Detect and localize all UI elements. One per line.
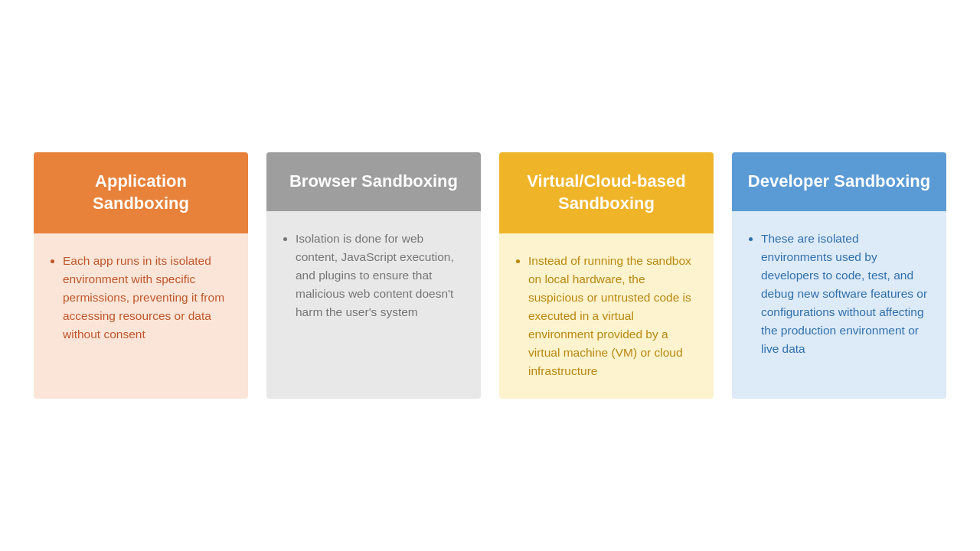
list-item-developer: These are isolated environments used by … — [761, 230, 931, 358]
card-title-virtual: Virtual/Cloud-based Sandboxing — [514, 171, 698, 214]
card-body-virtual: Instead of running the sandbox on local … — [499, 233, 714, 399]
card-title-browser: Browser Sandboxing — [282, 171, 466, 193]
card-header-virtual: Virtual/Cloud-based Sandboxing — [499, 152, 714, 233]
list-item-browser: Isolation is done for web content, JavaS… — [296, 230, 466, 321]
card-header-developer: Developer Sandboxing — [732, 152, 946, 211]
list-item-application: Each app runs in its isolated environmen… — [63, 252, 233, 344]
card-browser-sandboxing: Browser Sandboxing Isolation is done for… — [266, 152, 481, 398]
card-list-application: Each app runs in its isolated environmen… — [49, 252, 233, 344]
card-list-virtual: Instead of running the sandbox on local … — [514, 252, 698, 380]
cards-container: Application Sandboxing Each app runs in … — [11, 122, 969, 429]
card-title-application: Application Sandboxing — [49, 171, 233, 214]
card-developer-sandboxing: Developer Sandboxing These are isolated … — [732, 152, 946, 398]
card-header-browser: Browser Sandboxing — [266, 152, 481, 211]
list-item-virtual: Instead of running the sandbox on local … — [528, 252, 698, 380]
card-body-application: Each app runs in its isolated environmen… — [34, 233, 248, 399]
card-title-developer: Developer Sandboxing — [747, 171, 931, 193]
card-virtual-sandboxing: Virtual/Cloud-based Sandboxing Instead o… — [499, 152, 714, 398]
card-list-developer: These are isolated environments used by … — [747, 230, 931, 358]
card-body-developer: These are isolated environments used by … — [732, 211, 946, 399]
card-list-browser: Isolation is done for web content, JavaS… — [282, 230, 466, 321]
card-body-browser: Isolation is done for web content, JavaS… — [266, 211, 481, 399]
card-header-application: Application Sandboxing — [34, 152, 248, 233]
card-application-sandboxing: Application Sandboxing Each app runs in … — [34, 152, 248, 398]
